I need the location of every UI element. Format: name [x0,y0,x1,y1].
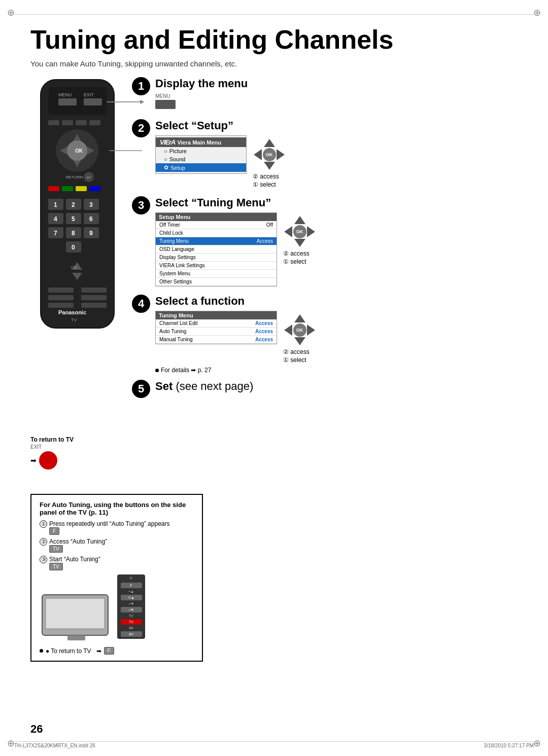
svg-text:↩: ↩ [87,175,91,180]
svg-rect-50 [81,295,107,300]
step-5: 5 Set (see next page) [132,380,518,398]
step-4-dpad: OK [283,313,316,346]
svg-rect-21 [62,186,73,191]
ok-center-4: OK [293,323,306,337]
menu-item-setup: ✿ Setup [156,163,246,172]
svg-rect-47 [48,287,74,293]
border-bottom [14,741,534,742]
svg-rect-23 [89,186,100,191]
circle-num-1: ② [40,538,47,546]
side-remote: F F +▲ +/▲ -/▼ -/▼ TV TV AV AV [117,574,145,639]
svg-rect-20 [48,186,59,191]
step-3-menu-header: Setup Menu [156,213,277,221]
setup-row-5: VIERA Link Settings [156,262,277,270]
footer-right: 3/18/2010 5:27:17 PM [484,743,534,748]
step-2-dpad: OK [253,138,286,171]
svg-text:0: 0 [72,244,75,251]
menu-item-bullet3: ✿ [164,164,168,171]
step-3-select-label: ① select [283,258,310,265]
tv-illustration-area: F F +▲ +/▲ -/▼ -/▼ TV TV AV AV [40,574,194,645]
step-2-menu-header: VIErA Viera Main Menu [156,137,246,147]
svg-rect-49 [48,295,74,300]
svg-rect-59 [46,598,105,629]
set-description: (see next page) [176,380,253,392]
ok-center-3: OK [293,225,306,238]
step-3-title: Select “Tuning Menu” [155,196,518,209]
step-3-number: 3 [132,196,150,214]
return-label: To return to TV [30,436,74,443]
step-4-title: Select a function [155,295,518,308]
step-1-menu-label: MENU [155,93,518,99]
tv-return-note: ● To return to TV ➡ F [40,647,194,655]
step-2-title: Select “Setup” [155,119,518,132]
bullet-dot [155,369,159,372]
footer-left: TH-L37X2S&20KMRTX_EN.indd 26 [14,743,95,748]
side-btn-f: F [121,583,142,588]
menu-item-picture: ○ Picture [156,147,246,155]
btn-key-return: F [104,647,114,655]
step-3-nav: OK ② access ① select [283,215,316,265]
step-5-content: Set (see next page) [155,380,518,393]
svg-rect-8 [76,120,87,125]
btn-key-f: F [49,527,59,535]
step-2-nav-labels: ② access ① select [253,173,279,188]
side-btn-av: AV [121,631,142,637]
menu-item-bullet2: ○ [164,156,167,162]
page-title: Tuning and Editing Channels [30,25,518,54]
return-arrow-2: ➡ [96,647,101,655]
steps-area: 1 Display the menu MENU 2 Select “Setup” [127,77,518,398]
step-2-menu-header-text: Viera Main Menu [177,139,221,146]
step-4-access-label: ② access [283,348,310,355]
for-details: For details ➡ p. 27 [155,367,518,374]
bottom-note-item-0: ① Press repeatedly until “Auto Tuning” a… [40,520,194,535]
svg-rect-7 [62,120,73,125]
crosshair-bl: ⊕ [7,738,15,749]
set-label: Set [155,380,173,392]
side-btn-up: +/▲ [121,595,142,600]
step-2-number: 2 [132,119,150,137]
step-4: 4 Select a function Tuning Menu Channel … [132,295,518,374]
step-4-menu-header: Tuning Menu [156,311,277,319]
svg-text:7: 7 [54,230,57,237]
tv-svg [40,592,113,645]
step-5-number: 5 [132,380,150,398]
svg-text:3: 3 [89,201,93,208]
step-1: 1 Display the menu MENU [132,77,518,111]
circle-num-2: ③ [40,556,47,563]
remote-control: MENU EXIT [30,77,127,351]
step-2: 2 Select “Setup” VIErA Viera Main Menu ○… [132,119,518,188]
exit-button[interactable] [39,451,57,470]
svg-rect-60 [67,635,85,640]
step-4-menu: Tuning Menu Channel List Edit Access Aut… [155,311,277,344]
border-top [14,14,534,15]
svg-text:5: 5 [72,215,75,223]
step-4-number: 4 [132,295,150,313]
step-1-number: 1 [132,77,150,95]
step-3-menu: Setup Menu Off Timer Off Child Lock Tuni… [155,212,277,286]
step-2-access-label: ② access [253,173,279,180]
svg-rect-5 [84,98,102,105]
page: ⊕ ⊕ ⊕ ⊕ Tuning and Editing Channels You … [0,0,548,756]
step-2-select-label: ① select [253,181,279,188]
side-btn-down: -/▼ [121,607,142,613]
svg-text:Panasonic: Panasonic [58,309,86,315]
svg-rect-51 [48,303,74,308]
return-arrow: ➡ [30,456,37,464]
crosshair-tr: ⊕ [533,7,541,18]
page-number: 26 [30,723,43,736]
crosshair-br: ⊕ [533,738,541,749]
svg-text:2: 2 [72,201,75,208]
tuning-row-2: Manual Tuning Access [156,336,277,344]
step-2-menu: VIErA Viera Main Menu ○ Picture ○ Sound [155,135,247,174]
svg-text:1: 1 [54,201,57,208]
setup-row-6: System Menu [156,270,277,278]
svg-text:EXIT: EXIT [84,92,94,97]
bottom-note-item-2: ③ Start “Auto Tuning” TV [40,556,194,570]
step-3: 3 Select “Tuning Menu” Setup Menu Off Ti… [132,196,518,286]
svg-text:9: 9 [89,230,93,237]
step-1-content: Display the menu MENU [155,77,518,111]
bottom-note-section: For Auto Tuning, using the buttons on th… [30,482,223,662]
crosshair-tl: ⊕ [7,7,15,18]
step-2-content: Select “Setup” VIErA Viera Main Menu ○ P… [155,119,518,188]
step-2-nav: OK ② access ① select [253,138,286,188]
